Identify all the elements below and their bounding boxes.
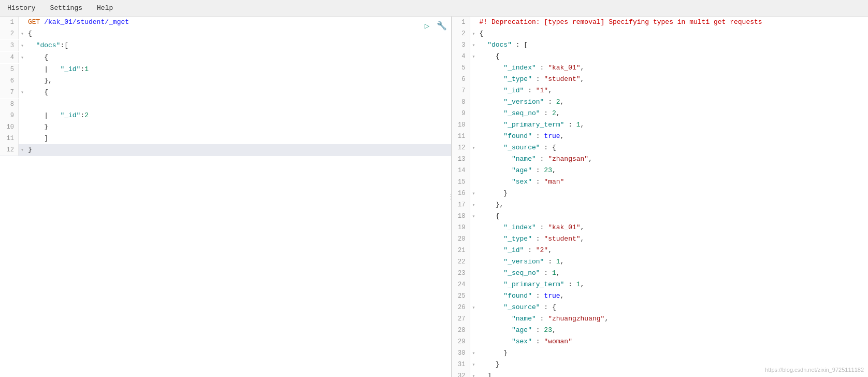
fold-button[interactable]: ▾ [470, 143, 478, 154]
code-token: : [540, 109, 552, 117]
code-token: "_id" [503, 246, 524, 254]
code-content: { [478, 28, 484, 39]
line-number: 24 [452, 279, 470, 290]
divider-handle[interactable]: ⋮ [449, 187, 452, 207]
fold-button[interactable]: ▾ [19, 40, 26, 52]
table-row: 1GET /kak_01/student/_mget [0, 17, 451, 28]
code-token: : [532, 178, 544, 186]
table-row: 12▾ "_source" : { [452, 142, 868, 153]
table-row: 13 "name" : "zhangsan", [452, 153, 868, 165]
code-token: true [544, 292, 560, 300]
table-row: 9 "_seq_no" : 2, [452, 108, 868, 119]
fold-button[interactable]: ▾ [470, 29, 478, 40]
table-row: 7▾ { [0, 87, 451, 99]
line-number: 12 [452, 142, 470, 153]
code-token: "_type" [503, 75, 532, 83]
code-token: { [480, 30, 484, 37]
fold-button[interactable]: ▾ [19, 87, 26, 99]
table-row: 23 "_seq_no" : 1, [452, 268, 868, 279]
table-row: 9 | "_id":2 [0, 110, 451, 121]
fold-button[interactable]: ▾ [470, 211, 478, 222]
code-content: "_seq_no" : 1, [478, 268, 560, 279]
table-row: 8 "_version" : 2, [452, 96, 868, 108]
fold-button[interactable]: ▾ [470, 359, 478, 371]
code-token: , [588, 155, 592, 163]
fold-button[interactable]: ▾ [19, 52, 26, 64]
code-content: }, [26, 75, 52, 87]
code-content: }, [478, 199, 504, 211]
line-number: 32 [452, 370, 470, 377]
code-token [480, 41, 488, 49]
code-token: #! Deprecation: [types removal] Specifyi… [480, 18, 762, 26]
code-token: { [496, 52, 500, 60]
line-number: 2 [0, 28, 19, 39]
table-row: 31▾ } [452, 359, 868, 370]
table-row: 22 "_version" : 1, [452, 256, 868, 268]
code-token: , [552, 166, 556, 174]
code-token: "_id" [52, 65, 81, 73]
table-row: 4▾ { [0, 52, 451, 64]
table-row: 11 "found" : true, [452, 131, 868, 142]
left-panel: ▷ 🔧 1GET /kak_01/student/_mget2▾{3▾ "doc… [0, 17, 452, 377]
code-token: "sex" [512, 338, 532, 345]
fold-button[interactable]: ▾ [470, 348, 478, 359]
wrench-icon[interactable]: 🔧 [437, 21, 447, 31]
table-row: 10 } [0, 121, 451, 133]
code-token: : [532, 338, 544, 345]
code-token: 23 [544, 326, 552, 334]
fold-button[interactable]: ▾ [19, 29, 26, 40]
table-row: 5 "_index" : "kak_01", [452, 62, 868, 74]
fold-button[interactable]: ▾ [470, 200, 478, 211]
code-token: 1 [552, 269, 556, 277]
table-row: 17▾ }, [452, 199, 868, 211]
code-content: } [478, 359, 500, 370]
code-token: ] [487, 372, 491, 377]
line-number: 5 [0, 64, 19, 75]
line-number: 5 [452, 62, 470, 74]
code-content: "_version" : 2, [478, 96, 565, 108]
code-content: "found" : true, [478, 290, 565, 302]
code-token: , [560, 98, 565, 106]
code-token: : [532, 75, 544, 83]
code-token [480, 372, 488, 377]
menu-help[interactable]: Help [94, 3, 116, 13]
menu-settings[interactable]: Settings [47, 3, 85, 13]
table-row: 25 "found" : true, [452, 290, 868, 302]
run-icon[interactable]: ▷ [422, 21, 432, 31]
code-token: "_seq_no" [503, 269, 540, 277]
code-token: "_version" [503, 98, 544, 106]
code-token: 2 [556, 98, 560, 106]
code-token: "_index" [503, 224, 536, 231]
code-token: : { [540, 144, 556, 151]
fold-button[interactable]: ▾ [470, 40, 478, 51]
fold-button[interactable]: ▾ [470, 371, 478, 377]
fold-button[interactable]: ▾ [470, 302, 478, 314]
code-token [28, 77, 44, 85]
table-row: 24 "_primary_term" : 1, [452, 279, 868, 290]
table-row: 6 }, [0, 75, 451, 87]
table-row: 7 "_id" : "1", [452, 85, 868, 96]
fold-button[interactable]: ▾ [470, 188, 478, 200]
code-token [480, 326, 512, 334]
code-token [480, 349, 504, 357]
code-content: "name" : "zhangsan", [478, 153, 592, 165]
fold-button[interactable]: ▾ [19, 145, 26, 156]
code-token [480, 75, 504, 83]
code-token [480, 235, 504, 243]
table-row: 14 "age" : 23, [452, 165, 868, 176]
code-token: , [581, 235, 585, 243]
table-row: 20 "_type" : "student", [452, 233, 868, 245]
code-content: } [26, 121, 48, 133]
code-content: "_index" : "kak_01", [478, 222, 585, 233]
table-row: 32▾ ] [452, 370, 868, 377]
menu-history[interactable]: History [4, 3, 39, 13]
fold-button[interactable]: ▾ [470, 51, 478, 63]
code-token [480, 292, 504, 300]
code-content: { [26, 52, 48, 63]
code-token: , [560, 258, 565, 266]
code-token: "student" [544, 75, 580, 83]
code-token: "name" [512, 315, 536, 323]
code-token [480, 64, 504, 72]
code-token: , [581, 64, 585, 72]
code-content: } [478, 188, 508, 199]
